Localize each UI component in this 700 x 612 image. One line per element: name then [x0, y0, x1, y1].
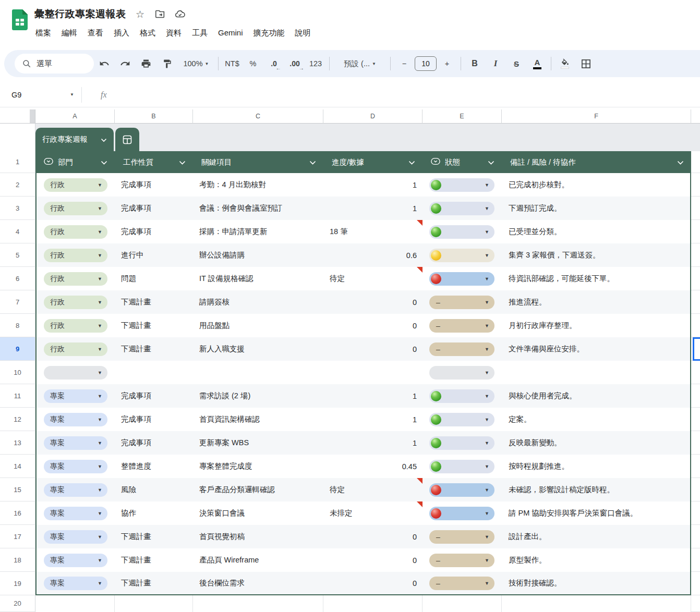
cell-G5[interactable]: [691, 243, 700, 267]
cell-E10[interactable]: ▼: [423, 361, 502, 384]
cell-G2[interactable]: [691, 173, 700, 197]
cell-G20[interactable]: [691, 595, 700, 612]
cell-B18[interactable]: 下週計畫: [115, 548, 193, 572]
redo-button[interactable]: [115, 54, 136, 73]
cell-E9[interactable]: –▼: [423, 337, 502, 361]
font-size-input[interactable]: 10: [415, 56, 437, 71]
cell-C15[interactable]: 客戶產品分類邏輯確認: [193, 478, 323, 501]
cell-G11[interactable]: [691, 384, 700, 408]
cell-C3[interactable]: 會議：例會與會議室預訂: [193, 197, 323, 220]
filter-dropdown-button[interactable]: [488, 158, 494, 166]
row-header-20[interactable]: 20: [0, 595, 35, 612]
cell-A4[interactable]: 行政▼: [35, 220, 115, 243]
cell-B10[interactable]: [115, 361, 193, 384]
column-header-B[interactable]: B: [115, 109, 193, 124]
cell-C12[interactable]: 首頁資訊架構確認: [193, 408, 323, 431]
borders-button[interactable]: [575, 54, 596, 73]
cell-C19[interactable]: 後台欄位需求: [193, 572, 323, 595]
cell-D15[interactable]: 待定: [323, 478, 423, 501]
cell-F17[interactable]: 設計產出。: [502, 525, 691, 548]
cell-B12[interactable]: 完成事項: [115, 408, 193, 431]
cell-A20[interactable]: [35, 595, 115, 612]
menu-item-1[interactable]: 編輯: [56, 26, 82, 40]
row-header-8[interactable]: 8: [0, 314, 35, 337]
menu-item-9[interactable]: 說明: [290, 26, 316, 40]
cell-C14[interactable]: 專案整體完成度: [193, 455, 323, 478]
cloud-saved-icon[interactable]: [174, 8, 186, 20]
filter-dropdown-button[interactable]: [408, 158, 415, 166]
cell-C10[interactable]: [193, 361, 323, 384]
status-chip[interactable]: –▼: [429, 296, 494, 309]
cell-B16[interactable]: 協作: [115, 501, 193, 525]
cell-G17[interactable]: [691, 525, 700, 548]
status-chip[interactable]: ▼: [429, 460, 494, 473]
status-chip[interactable]: –▼: [429, 554, 494, 567]
cell-E8[interactable]: –▼: [423, 314, 502, 337]
italic-button[interactable]: I: [485, 54, 506, 73]
cell-F20[interactable]: [502, 595, 691, 612]
row-header-15[interactable]: 15: [0, 478, 35, 501]
cell-A17[interactable]: 專案▼: [35, 525, 115, 548]
menu-item-0[interactable]: 檔案: [30, 26, 56, 40]
cell-B14[interactable]: 整體進度: [115, 455, 193, 478]
menu-item-8[interactable]: 擴充功能: [248, 26, 290, 40]
cell-A8[interactable]: 行政▼: [35, 314, 115, 337]
row-header-13[interactable]: 13: [0, 431, 35, 455]
dept-chip[interactable]: 專案▼: [44, 530, 107, 544]
column-header-D[interactable]: D: [323, 109, 423, 124]
menu-item-6[interactable]: 工具: [187, 26, 213, 40]
cell-G8[interactable]: [691, 314, 700, 337]
status-chip[interactable]: ▼: [429, 389, 494, 403]
menu-item-3[interactable]: 插入: [108, 26, 135, 40]
cell-G14[interactable]: [691, 455, 700, 478]
text-color-button[interactable]: A: [527, 54, 548, 73]
filter-dropdown-button[interactable]: [101, 158, 107, 166]
cell-C18[interactable]: 產品頁 Wireframe: [193, 548, 323, 572]
decrease-font-size-button[interactable]: −: [394, 54, 415, 73]
menu-item-5[interactable]: 資料: [161, 26, 187, 40]
cell-C11[interactable]: 需求訪談 (2 場): [193, 384, 323, 408]
status-chip[interactable]: ▼: [429, 225, 494, 239]
cell-B5[interactable]: 進行中: [115, 243, 193, 267]
cell-D18[interactable]: 0: [323, 548, 423, 572]
cell-E19[interactable]: –▼: [423, 572, 502, 595]
cell-A19[interactable]: 專案▼: [35, 572, 115, 595]
strikethrough-button[interactable]: S: [506, 54, 527, 73]
cell-C20[interactable]: [193, 595, 323, 612]
row-header-2[interactable]: 2: [0, 173, 35, 197]
cell-B7[interactable]: 下週計畫: [115, 290, 193, 314]
row-header-11[interactable]: 11: [0, 384, 35, 408]
status-chip[interactable]: ▼: [429, 366, 494, 380]
cell-F2[interactable]: 已完成初步核對。: [502, 173, 691, 197]
cell-F16[interactable]: 請 PM 協助安排與客戶決策窗口會議。: [502, 501, 691, 525]
table-name-tab[interactable]: 行政專案週報: [35, 128, 114, 151]
cell-F12[interactable]: 定案。: [502, 408, 691, 431]
menu-item-7[interactable]: Gemini: [213, 26, 248, 40]
row-header-7[interactable]: 7: [0, 290, 35, 314]
formula-input[interactable]: [107, 82, 700, 107]
status-chip[interactable]: –▼: [429, 577, 494, 590]
cell-E20[interactable]: [423, 595, 502, 612]
dept-chip[interactable]: 專案▼: [44, 483, 107, 497]
status-chip[interactable]: ▼: [429, 483, 494, 497]
bold-button[interactable]: B: [464, 54, 485, 73]
dept-chip[interactable]: 專案▼: [44, 460, 107, 473]
cell-A6[interactable]: 行政▼: [35, 267, 115, 290]
cell-E6[interactable]: ▼: [423, 267, 502, 290]
dept-chip[interactable]: 行政▼: [44, 178, 107, 192]
cell-E15[interactable]: ▼: [423, 478, 502, 501]
cell-D8[interactable]: 0: [323, 314, 423, 337]
cell-D4[interactable]: 18 筆: [323, 220, 423, 243]
dept-chip[interactable]: 行政▼: [44, 342, 107, 356]
cell-E3[interactable]: ▼: [423, 197, 502, 220]
cell-F13[interactable]: 反映最新變動。: [502, 431, 691, 455]
filter-dropdown-button[interactable]: [179, 158, 186, 166]
cell-B11[interactable]: 完成事項: [115, 384, 193, 408]
column-header-C[interactable]: C: [193, 109, 323, 124]
menu-item-4[interactable]: 格式: [135, 26, 161, 40]
cell-A12[interactable]: 專案▼: [35, 408, 115, 431]
cell-C4[interactable]: 採購：申請清單更新: [193, 220, 323, 243]
increase-decimal-button[interactable]: .00→: [284, 54, 305, 73]
filter-dropdown-button[interactable]: [677, 158, 684, 166]
cell-D9[interactable]: 0: [323, 337, 423, 361]
